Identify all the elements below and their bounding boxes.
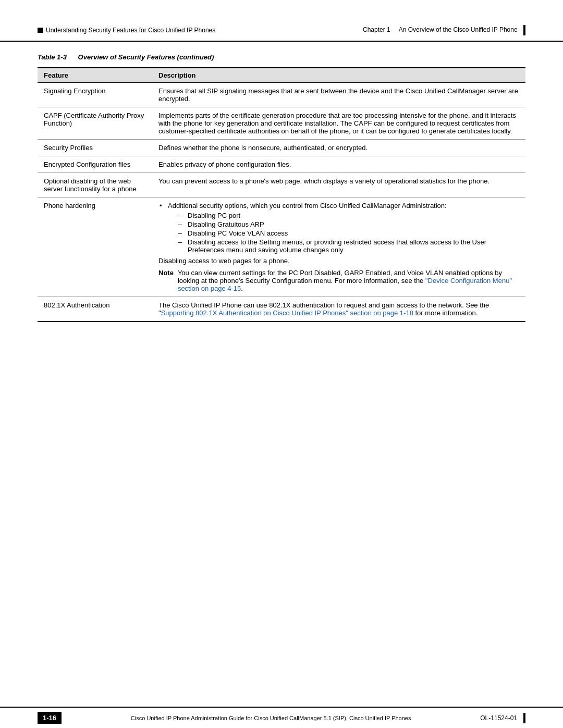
list-item: Additional security options, which you c… xyxy=(158,202,519,254)
footer-divider-icon xyxy=(523,713,525,723)
dash-item-text: Disabling PC Voice VLAN access xyxy=(188,229,288,237)
table-row: Optional disabling of the web server fun… xyxy=(38,173,525,198)
dash-item-text: Disabling PC port xyxy=(188,212,240,219)
bullet-list: Additional security options, which you c… xyxy=(158,202,519,254)
header-chapter: Chapter 1 xyxy=(363,26,390,33)
col-feature-header: Feature xyxy=(38,68,152,83)
table-row: Signaling Encryption Ensures that all SI… xyxy=(38,83,525,107)
feature-name: Encrypted Configuration files xyxy=(44,161,130,168)
content-area: Table 1-3 Overview of Security Features … xyxy=(0,45,563,707)
feature-cell: Encrypted Configuration files xyxy=(38,156,152,173)
table-row: CAPF (Certificate Authority Proxy Functi… xyxy=(38,107,525,140)
header-right: Chapter 1 An Overview of the Cisco Unifi… xyxy=(363,25,525,35)
footer-right: OL-11524-01 xyxy=(480,713,525,723)
feature-name: Phone hardening xyxy=(44,202,95,209)
header-chapter-label: An Overview of the Cisco Unified IP Phon… xyxy=(399,26,518,33)
page-header: Understanding Security Features for Cisc… xyxy=(0,0,563,42)
page-footer: 1-16 Cisco Unified IP Phone Administrati… xyxy=(0,707,563,728)
note-text: You can view current settings for the PC… xyxy=(178,269,519,292)
page-container: Understanding Security Features for Cisc… xyxy=(0,0,563,728)
table-row: Encrypted Configuration files Enables pr… xyxy=(38,156,525,173)
page-number: 1-16 xyxy=(38,712,62,724)
note-link[interactable]: "Device Configuration Menu" section on p… xyxy=(178,277,512,292)
dash-item: Disabling Gratuitous ARP xyxy=(178,220,519,228)
footer-doc-id: OL-11524-01 xyxy=(480,714,517,722)
description-text: You can prevent access to a phone's web … xyxy=(158,177,489,185)
table-row: Security Profiles Defines whether the ph… xyxy=(38,140,525,156)
dash-item: Disabling PC port xyxy=(178,212,519,219)
header-section-label: Understanding Security Features for Cisc… xyxy=(46,27,215,34)
description-cell: Defines whether the phone is nonsecure, … xyxy=(152,140,525,156)
description-text: Defines whether the phone is nonsecure, … xyxy=(158,144,368,152)
description-text: Enables privacy of phone configuration f… xyxy=(158,161,291,168)
description-cell: Ensures that all SIP signaling messages … xyxy=(152,83,525,107)
dash-list: Disabling PC port Disabling Gratuitous A… xyxy=(178,212,519,254)
description-cell: Implements parts of the certificate gene… xyxy=(152,107,525,140)
header-bullet-icon xyxy=(38,28,43,33)
description-text: Implements parts of the certificate gene… xyxy=(158,112,516,135)
table-header-row: Feature Description xyxy=(38,68,525,83)
auth-link[interactable]: Supporting 802.1X Authentication on Cisc… xyxy=(161,309,413,317)
feature-cell: CAPF (Certificate Authority Proxy Functi… xyxy=(38,107,152,140)
description-text: Ensures that all SIP signaling messages … xyxy=(158,87,518,103)
description-text: The Cisco Unified IP Phone can use 802.1… xyxy=(158,301,489,317)
feature-name: 802.1X Authentication xyxy=(44,301,110,309)
web-access-text: Disabling access to web pages for a phon… xyxy=(158,257,519,265)
feature-name: Security Profiles xyxy=(44,144,93,152)
header-left: Understanding Security Features for Cisc… xyxy=(38,27,215,34)
feature-cell: Phone hardening xyxy=(38,198,152,297)
col-description-header: Description xyxy=(152,68,525,83)
bullet-intro: Additional security options, which you c… xyxy=(168,202,447,209)
table-title-text: Overview of Security Features (continued… xyxy=(78,53,214,61)
table-title: Table 1-3 Overview of Security Features … xyxy=(38,53,525,61)
feature-cell: 802.1X Authentication xyxy=(38,297,152,322)
feature-name: Optional disabling of the web server fun… xyxy=(44,177,137,193)
description-cell: The Cisco Unified IP Phone can use 802.1… xyxy=(152,297,525,322)
table-number: 1-3 xyxy=(57,53,67,61)
feature-cell: Security Profiles xyxy=(38,140,152,156)
description-cell: Enables privacy of phone configuration f… xyxy=(152,156,525,173)
header-divider-icon xyxy=(523,25,525,35)
feature-cell: Signaling Encryption xyxy=(38,83,152,107)
note-block: Note You can view current settings for t… xyxy=(158,269,519,292)
feature-name: CAPF (Certificate Authority Proxy Functi… xyxy=(44,112,144,127)
table-row: 802.1X Authentication The Cisco Unified … xyxy=(38,297,525,322)
note-label: Note xyxy=(158,269,174,292)
feature-cell: Optional disabling of the web server fun… xyxy=(38,173,152,198)
table-row: Phone hardening Additional security opti… xyxy=(38,198,525,297)
table-label: Table xyxy=(38,53,57,61)
footer-center-text: Cisco Unified IP Phone Administration Gu… xyxy=(62,715,480,721)
description-cell: Additional security options, which you c… xyxy=(152,198,525,297)
dash-item: Disabling access to the Setting menus, o… xyxy=(178,238,519,254)
dash-item-text: Disabling access to the Setting menus, o… xyxy=(188,238,486,254)
features-table: Feature Description Signaling Encryption… xyxy=(38,67,525,322)
feature-name: Signaling Encryption xyxy=(44,87,106,95)
dash-item: Disabling PC Voice VLAN access xyxy=(178,229,519,237)
description-cell: You can prevent access to a phone's web … xyxy=(152,173,525,198)
dash-item-text: Disabling Gratuitous ARP xyxy=(188,220,264,228)
